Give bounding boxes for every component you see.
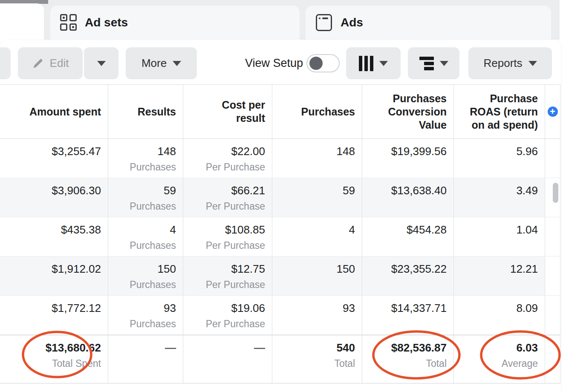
total-results-dash: — — [108, 341, 176, 355]
purchases-value: 59 — [272, 184, 355, 197]
purchase-roas-value: 3.49 — [454, 184, 538, 197]
total-amount-spent: $13,680.62 — [0, 341, 101, 354]
purchase-roas-value: 8.09 — [454, 302, 538, 314]
content-panel: Edit More View Setup Reports Am — [0, 40, 561, 392]
column-header-purchases[interactable]: Purchases — [272, 85, 362, 138]
toggle-knob — [309, 57, 323, 70]
purchases-conversion-value: $14,337.71 — [362, 302, 447, 314]
vertical-scrollbar-thumb[interactable] — [553, 183, 558, 203]
purchase-roas-value: 1.04 — [454, 223, 538, 236]
results-sublabel: Purchases — [108, 161, 176, 173]
column-header-cost-per-result[interactable]: Cost per result — [183, 85, 272, 138]
amount-spent-value: $3,906.30 — [0, 184, 101, 197]
table-row: $3,255.47 148Purchases $22.00Per Purchas… — [0, 139, 560, 178]
edit-button[interactable]: Edit — [18, 47, 83, 79]
cost-sublabel: Per Purchase — [183, 200, 265, 212]
results-value: 148 — [108, 145, 176, 158]
purchases-conversion-value: $13,638.40 — [362, 184, 447, 197]
amount-spent-value: $1,912.02 — [0, 262, 101, 275]
purchases-value: 150 — [272, 262, 355, 275]
total-amount-spent-sublabel: Total Spent — [0, 357, 101, 369]
purchases-conversion-value: $23,355.22 — [362, 262, 447, 275]
total-purchases-sublabel: Total — [272, 357, 355, 369]
results-sublabel: Purchases — [108, 279, 176, 291]
column-header-purchase-roas[interactable]: Purchase ROAS (return on ad spend) — [454, 85, 545, 138]
tab-ad-sets[interactable]: Ad sets — [50, 6, 300, 40]
results-value: 59 — [108, 184, 176, 197]
table-row: $1,912.02 150Purchases $12.75Per Purchas… — [0, 257, 560, 296]
reports-button-label: Reports — [483, 57, 522, 70]
totals-row: $13,680.62Total Spent — — 540Total $82,5… — [0, 335, 560, 383]
results-sublabel: Purchases — [108, 318, 176, 330]
column-header-amount-spent[interactable]: Amount spent — [0, 85, 108, 138]
pencil-icon — [32, 58, 44, 69]
amount-spent-value: $1,772.12 — [0, 302, 101, 314]
average-roas-sublabel: Average — [454, 357, 538, 369]
columns-icon — [359, 56, 373, 71]
header-gutter: + — [545, 85, 560, 138]
total-cost-dash: — — [183, 341, 265, 355]
column-header-results[interactable]: Results — [108, 85, 183, 138]
more-button-label: More — [142, 57, 167, 70]
columns-button[interactable] — [346, 47, 401, 79]
results-sublabel: Purchases — [108, 239, 176, 251]
results-sublabel: Purchases — [108, 200, 176, 212]
caret-down-icon — [173, 61, 181, 66]
table-header-row: Amount spent Results Cost per result Pur… — [0, 85, 560, 139]
amount-spent-value: $435.38 — [0, 223, 101, 236]
table-row: $435.38 4Purchases $108.85Per Purchase 4… — [0, 217, 560, 257]
results-value: 4 — [108, 223, 176, 236]
tab-ads-label: Ads — [341, 16, 363, 29]
table-row: $1,772.12 93Purchases $19.06Per Purchase… — [0, 296, 560, 335]
average-purchase-roas: 6.03 — [454, 341, 538, 354]
edit-dropdown-button[interactable] — [84, 47, 118, 79]
cost-per-result-value: $66.21 — [183, 184, 265, 197]
total-purchases-conversion-value: $82,536.87 — [362, 341, 447, 354]
view-setup-label: View Setup — [245, 57, 303, 70]
purchases-value: 4 — [272, 223, 355, 236]
results-value: 93 — [108, 302, 176, 314]
total-pcv-sublabel: Total — [362, 357, 447, 369]
ads-window-icon — [316, 14, 332, 31]
cost-per-result-value: $19.06 — [183, 302, 265, 314]
more-button[interactable]: More — [126, 47, 197, 79]
tab-ads[interactable]: Ads — [306, 6, 551, 40]
caret-down-icon — [97, 61, 106, 66]
edit-button-label: Edit — [50, 57, 69, 70]
total-purchases: 540 — [272, 341, 355, 354]
cost-sublabel: Per Purchase — [183, 318, 265, 330]
cost-per-result-value: $12.75 — [183, 262, 265, 275]
breakdown-icon — [419, 57, 434, 70]
tab-campaigns-active[interactable] — [0, 3, 44, 40]
column-header-purchases-conversion-value[interactable]: Purchases Conversion Value — [362, 85, 454, 138]
purchase-roas-value: 5.96 — [454, 145, 538, 158]
table-row: $3,906.30 59Purchases $66.21Per Purchase… — [0, 178, 560, 217]
caret-down-icon — [528, 61, 537, 66]
purchases-value: 148 — [272, 145, 355, 158]
cost-sublabel: Per Purchase — [183, 161, 265, 173]
add-column-icon[interactable]: + — [548, 107, 558, 117]
caret-down-icon — [440, 61, 448, 66]
amount-spent-value: $3,255.47 — [0, 145, 101, 158]
cost-sublabel: Per Purchase — [183, 239, 265, 251]
cost-per-result-value: $108.85 — [183, 223, 265, 236]
cost-per-result-value: $22.00 — [183, 145, 265, 158]
cutoff-button[interactable] — [0, 47, 11, 79]
breakdown-button[interactable] — [408, 47, 459, 79]
purchases-conversion-value: $19,399.56 — [362, 145, 447, 158]
reports-button[interactable]: Reports — [468, 47, 552, 79]
ads-manager-screen: Ad sets Ads Edit More View Setup — [0, 0, 566, 392]
tab-ad-sets-label: Ad sets — [85, 16, 128, 29]
results-value: 150 — [108, 262, 176, 275]
caret-down-icon — [379, 61, 388, 66]
view-setup-toggle[interactable] — [306, 54, 340, 72]
purchases-conversion-value: $454.28 — [362, 223, 447, 236]
purchases-value: 93 — [272, 302, 355, 314]
cost-sublabel: Per Purchase — [183, 279, 265, 291]
metrics-table: Amount spent Results Cost per result Pur… — [0, 84, 560, 383]
purchase-roas-value: 12.21 — [454, 262, 538, 275]
ad-sets-grid-icon — [60, 14, 77, 31]
